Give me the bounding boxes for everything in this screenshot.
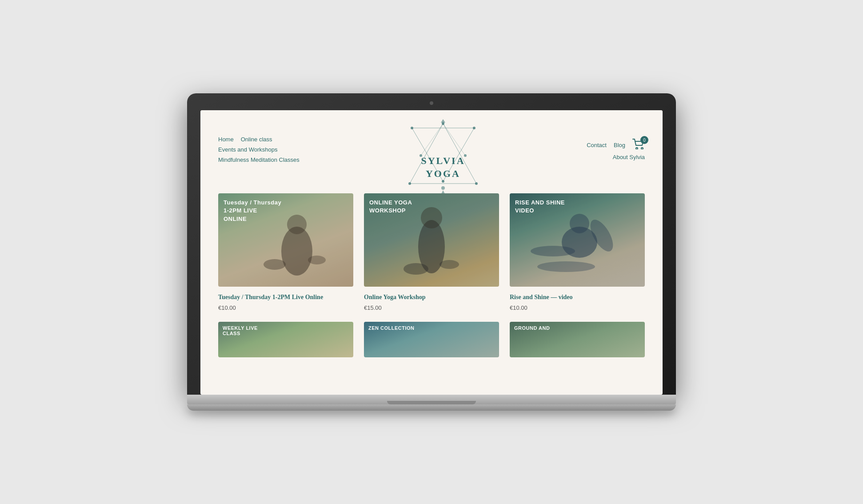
svg-point-4 (408, 182, 411, 185)
nav-row-1: Home Online class (218, 136, 300, 143)
cart-badge: 0 (640, 136, 648, 144)
svg-point-22 (421, 207, 442, 228)
nav-left: Home Online class Events and Workshops M… (218, 136, 300, 163)
svg-point-24 (439, 260, 459, 269)
bottom-label-1: WEEKLY LIVE CLASS (223, 325, 258, 336)
product-image-3: RISE AND SHINE VIDEO (510, 193, 645, 287)
svg-point-27 (531, 246, 575, 256)
product-card-3[interactable]: RISE AND SHINE VIDEO Rise and Shine — vi… (510, 193, 645, 311)
laptop-frame: Home Online class Events and Workshops M… (187, 93, 676, 395)
cart-button[interactable]: 0 (632, 139, 645, 151)
svg-point-5 (442, 180, 444, 183)
product-title-3: Rise and Shine — video (510, 293, 645, 302)
svg-point-23 (404, 263, 428, 275)
laptop-base (187, 395, 676, 404)
product-label-2: ONLINE YOGA WORKSHOP (369, 199, 412, 215)
product-image-2: ONLINE YOGA WORKSHOP (364, 193, 499, 287)
product-label-3: RISE AND SHINE VIDEO (515, 199, 565, 215)
svg-point-7 (473, 127, 475, 129)
logo-line1: SYLVIA (421, 155, 465, 168)
camera-dot (430, 101, 433, 105)
nav-about[interactable]: About Sylvia (613, 154, 645, 160)
svg-point-18 (287, 215, 307, 234)
svg-point-6 (411, 127, 413, 129)
nav-events[interactable]: Events and Workshops (218, 146, 277, 153)
bottom-label-3: GROUND AND (514, 325, 550, 331)
nav-home[interactable]: Home (218, 136, 234, 143)
products-section: Tuesday / Thursday 1-2PM LIVE ONLINE Tue… (200, 189, 663, 366)
product-label-line2-1: 1-2PM LIVE (224, 207, 281, 215)
bottom-card-1[interactable]: WEEKLY LIVE CLASS (218, 322, 353, 357)
svg-point-20 (308, 256, 326, 264)
product-price-1: €10.00 (218, 304, 353, 311)
product-label-line1-1: Tuesday / Thursday (224, 199, 281, 207)
nav-right-row-2: About Sylvia (613, 154, 645, 160)
product-label-line2-2: WORKSHOP (369, 207, 412, 215)
bottom-card-2[interactable]: ZEN COLLECTION (364, 322, 499, 357)
svg-point-19 (264, 259, 286, 270)
svg-point-26 (570, 214, 589, 233)
nav-right-row-1: Contact Blog 0 (587, 139, 645, 151)
logo-area: SYLVIA YOGA (421, 124, 465, 180)
svg-marker-12 (441, 119, 445, 123)
nav-right: Contact Blog 0 (587, 139, 645, 160)
svg-point-10 (441, 186, 445, 190)
products-grid: Tuesday / Thursday 1-2PM LIVE ONLINE Tue… (218, 193, 645, 311)
nav-online-class[interactable]: Online class (241, 136, 272, 143)
product-card-2[interactable]: ONLINE YOGA WORKSHOP Online Yoga Worksho… (364, 193, 499, 311)
product-label-line1-2: ONLINE YOGA (369, 199, 412, 207)
product-price-2: €15.00 (364, 304, 499, 311)
svg-point-29 (537, 261, 595, 272)
product-title-2: Online Yoga Workshop (364, 293, 499, 302)
product-label-1: Tuesday / Thursday 1-2PM LIVE ONLINE (224, 199, 281, 223)
svg-point-15 (636, 148, 638, 149)
screen: Home Online class Events and Workshops M… (200, 110, 663, 395)
nav-row-3: Mindfulness Meditation Classes (218, 156, 300, 163)
laptop-stand (187, 404, 676, 411)
nav-row-2: Events and Workshops (218, 146, 300, 153)
navigation: Home Online class Events and Workshops M… (200, 110, 663, 189)
website: Home Online class Events and Workshops M… (200, 110, 663, 395)
product-title-1: Tuesday / Thursday 1-2PM Live Online (218, 293, 353, 302)
bottom-label-2: ZEN COLLECTION (368, 325, 415, 331)
product-price-3: €10.00 (510, 304, 645, 311)
nav-mindfulness[interactable]: Mindfulness Meditation Classes (218, 156, 300, 163)
logo-line2: YOGA (421, 168, 465, 180)
laptop-container: Home Online class Events and Workshops M… (187, 93, 676, 411)
bottom-row: WEEKLY LIVE CLASS ZEN COLLECTION GROUND (218, 322, 645, 357)
nav-blog[interactable]: Blog (614, 142, 625, 148)
product-label-line3-1: ONLINE (224, 215, 281, 223)
svg-point-16 (641, 148, 643, 149)
nav-contact[interactable]: Contact (587, 142, 607, 148)
product-image-1: Tuesday / Thursday 1-2PM LIVE ONLINE (218, 193, 353, 287)
product-card-1[interactable]: Tuesday / Thursday 1-2PM LIVE ONLINE Tue… (218, 193, 353, 311)
product-label-line2-3: VIDEO (515, 207, 565, 215)
bottom-card-3[interactable]: GROUND AND (510, 322, 645, 357)
product-label-line1-3: RISE AND SHINE (515, 199, 565, 207)
svg-point-3 (475, 182, 478, 185)
